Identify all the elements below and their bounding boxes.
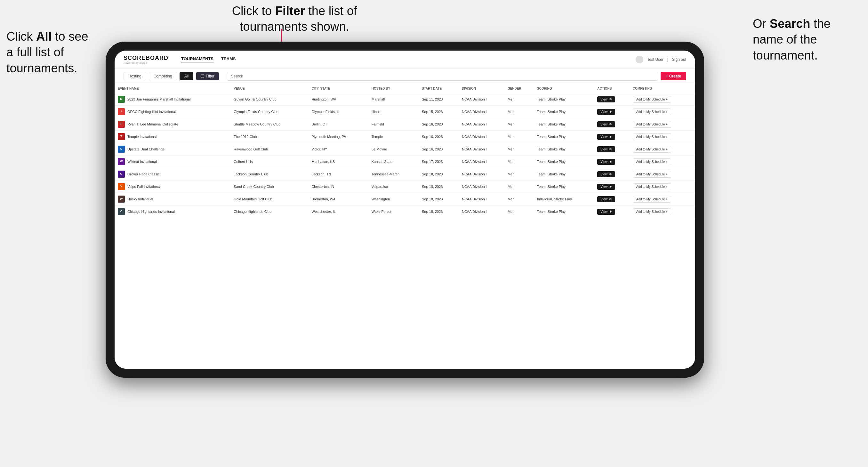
- cell-event-name: F Ryan T. Lee Memorial Collegiate: [115, 118, 230, 131]
- view-button[interactable]: View 👁: [597, 209, 615, 215]
- nav-teams[interactable]: TEAMS: [221, 56, 236, 62]
- annotation-top: Click to Filter the list of tournaments …: [218, 3, 371, 35]
- view-button[interactable]: View 👁: [597, 146, 615, 152]
- header-right: Test User | Sign out: [636, 56, 686, 63]
- team-logo: U: [118, 146, 125, 153]
- filter-button[interactable]: ☰ Filter: [196, 72, 219, 80]
- event-name: Temple Invitational: [127, 134, 156, 139]
- add-to-schedule-button[interactable]: Add to My Schedule +: [633, 158, 671, 165]
- cell-division: NCAA Division I: [459, 131, 504, 143]
- cell-gender: Men: [504, 156, 534, 168]
- add-to-schedule-button[interactable]: Add to My Schedule +: [633, 133, 671, 140]
- col-city-state: CITY, STATE: [308, 84, 368, 93]
- cell-actions: View 👁: [594, 156, 629, 168]
- table-row: I OFCC Fighting Illini Invitational Olym…: [115, 105, 695, 118]
- view-button[interactable]: View 👁: [597, 159, 615, 165]
- table-row: F Ryan T. Lee Memorial Collegiate Shuttl…: [115, 118, 695, 131]
- cell-venue: Jackson Country Club: [230, 168, 308, 181]
- cell-gender: Men: [504, 206, 534, 218]
- tournaments-table: EVENT NAME VENUE CITY, STATE HOSTED BY S…: [115, 84, 695, 218]
- table-row: U Upstate Dual Challenge Ravenwood Golf …: [115, 143, 695, 156]
- tab-competing[interactable]: Competing: [149, 72, 177, 80]
- cell-venue: Shuttle Meadow Country Club: [230, 118, 308, 131]
- add-to-schedule-button[interactable]: Add to My Schedule +: [633, 208, 671, 215]
- cell-actions: View 👁: [594, 206, 629, 218]
- annotation-right: Or Search the name of the tournament.: [753, 16, 859, 63]
- cell-gender: Men: [504, 181, 534, 193]
- event-name: OFCC Fighting Illini Invitational: [127, 110, 176, 114]
- cell-venue: Olympia Fields Country Club: [230, 105, 308, 118]
- app-header: SCOREBOARD Powered by clippd TOURNAMENTS…: [115, 51, 695, 68]
- cell-gender: Men: [504, 105, 534, 118]
- table-row: G Grover Page Classic Jackson Country Cl…: [115, 168, 695, 181]
- cell-actions: View 👁: [594, 181, 629, 193]
- view-button[interactable]: View 👁: [597, 121, 615, 127]
- cell-city-state: Manhattan, KS: [308, 156, 368, 168]
- cell-scoring: Team, Stroke Play: [534, 143, 594, 156]
- event-name: Wildcat Invitational: [127, 159, 157, 164]
- cell-hosted-by: Marshall: [368, 93, 418, 105]
- col-division: DIVISION: [459, 84, 504, 93]
- cell-gender: Men: [504, 168, 534, 181]
- filter-label: Filter: [206, 74, 214, 79]
- cell-venue: Gold Mountain Golf Club: [230, 193, 308, 206]
- add-to-schedule-button[interactable]: Add to My Schedule +: [633, 171, 671, 178]
- view-button[interactable]: View 👁: [597, 171, 615, 177]
- cell-start-date: Sep 11, 2023: [418, 93, 459, 105]
- view-button[interactable]: View 👁: [597, 96, 615, 102]
- team-logo: G: [118, 170, 125, 178]
- cell-hosted-by: Washington: [368, 193, 418, 206]
- cell-hosted-by: Temple: [368, 131, 418, 143]
- cell-competing: Add to My Schedule +: [629, 156, 695, 168]
- col-start-date: START DATE: [418, 84, 459, 93]
- col-actions: ACTIONS: [594, 84, 629, 93]
- team-logo: I: [118, 108, 125, 115]
- tablet-screen: SCOREBOARD Powered by clippd TOURNAMENTS…: [115, 51, 695, 369]
- cell-hosted-by: Le Moyne: [368, 143, 418, 156]
- toolbar: Hosting Competing All ☰ Filter + Create: [115, 68, 695, 84]
- cell-division: NCAA Division I: [459, 93, 504, 105]
- cell-venue: Chicago Highlands Club: [230, 206, 308, 218]
- cell-event-name: U Upstate Dual Challenge: [115, 143, 230, 156]
- cell-event-name: G Grover Page Classic: [115, 168, 230, 181]
- cell-city-state: Bremerton, WA: [308, 193, 368, 206]
- team-logo: T: [118, 133, 125, 140]
- add-to-schedule-button[interactable]: Add to My Schedule +: [633, 183, 671, 190]
- team-logo: M: [118, 96, 125, 103]
- table-row: T Temple Invitational The 1912 Club Plym…: [115, 131, 695, 143]
- add-to-schedule-button[interactable]: Add to My Schedule +: [633, 121, 671, 128]
- nav-links: TOURNAMENTS TEAMS: [181, 56, 636, 62]
- add-to-schedule-button[interactable]: Add to My Schedule +: [633, 146, 671, 153]
- tab-all[interactable]: All: [180, 72, 193, 80]
- tab-hosting[interactable]: Hosting: [124, 72, 146, 80]
- team-logo: W: [118, 158, 125, 165]
- view-button[interactable]: View 👁: [597, 109, 615, 115]
- table-row: M 2023 Joe Feaganes Marshall Invitationa…: [115, 93, 695, 105]
- create-button[interactable]: + Create: [660, 72, 686, 80]
- add-to-schedule-button[interactable]: Add to My Schedule +: [633, 196, 671, 203]
- cell-division: NCAA Division I: [459, 118, 504, 131]
- col-event-name: EVENT NAME: [115, 84, 230, 93]
- view-button[interactable]: View 👁: [597, 134, 615, 140]
- eye-icon: 👁: [609, 110, 612, 114]
- cell-start-date: Sep 18, 2023: [418, 168, 459, 181]
- table-row: W Husky Individual Gold Mountain Golf Cl…: [115, 193, 695, 206]
- cell-division: NCAA Division I: [459, 206, 504, 218]
- cell-event-name: T Temple Invitational: [115, 131, 230, 143]
- add-to-schedule-button[interactable]: Add to My Schedule +: [633, 108, 671, 115]
- view-button[interactable]: View 👁: [597, 196, 615, 202]
- sign-out-link[interactable]: Sign out: [672, 57, 686, 62]
- view-button[interactable]: View 👁: [597, 184, 615, 190]
- cell-venue: Ravenwood Golf Club: [230, 143, 308, 156]
- cell-event-name: M 2023 Joe Feaganes Marshall Invitationa…: [115, 93, 230, 105]
- eye-icon: 👁: [609, 173, 612, 176]
- cell-event-name: C Chicago Highlands Invitational: [115, 206, 230, 218]
- search-input[interactable]: [227, 72, 658, 81]
- annotation-left: Click All to see a full list of tourname…: [6, 29, 90, 76]
- cell-start-date: Sep 17, 2023: [418, 156, 459, 168]
- team-logo: V: [118, 183, 125, 190]
- cell-actions: View 👁: [594, 105, 629, 118]
- cell-actions: View 👁: [594, 131, 629, 143]
- add-to-schedule-button[interactable]: Add to My Schedule +: [633, 96, 671, 103]
- nav-tournaments[interactable]: TOURNAMENTS: [181, 56, 214, 62]
